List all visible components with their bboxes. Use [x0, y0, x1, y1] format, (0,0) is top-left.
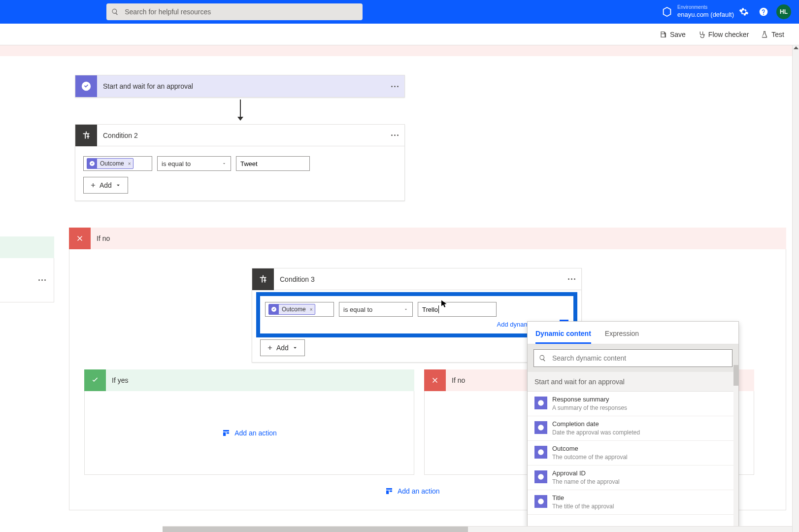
- approval-icon: [271, 306, 277, 312]
- outcome-token[interactable]: Outcome ×: [87, 158, 133, 169]
- ifno-label: If no: [97, 234, 110, 242]
- horizontal-scrollbar[interactable]: [163, 526, 792, 532]
- chevron-down-icon: [292, 344, 299, 351]
- dynamic-content-popover: Dynamic content Expression Start and wai…: [527, 321, 739, 528]
- remove-token-icon[interactable]: ×: [308, 307, 315, 312]
- environment-icon: [662, 6, 672, 17]
- condition-3-more-menu[interactable]: [568, 278, 575, 280]
- environment-name: enayu.com (default): [677, 11, 734, 18]
- global-search[interactable]: [106, 3, 363, 20]
- approval-icon: [75, 75, 97, 97]
- list-item[interactable]: TitleThe title of the approval: [528, 490, 738, 515]
- condition-3-value[interactable]: Trello: [418, 302, 497, 317]
- dynamic-search[interactable]: [533, 349, 732, 367]
- x-icon: [69, 228, 91, 249]
- condition-3-add-button[interactable]: Add: [260, 339, 305, 356]
- user-avatar[interactable]: HL: [776, 4, 791, 19]
- chevron-down-icon: [403, 307, 408, 312]
- global-search-input[interactable]: [124, 7, 358, 16]
- command-bar: Save Flow checker Test: [0, 24, 799, 45]
- popover-scrollbar[interactable]: [733, 365, 738, 528]
- tab-expression[interactable]: Expression: [605, 330, 639, 344]
- save-button[interactable]: Save: [659, 31, 686, 38]
- approval-card[interactable]: Start and wait for an approval: [75, 75, 405, 98]
- condition-2-left-operand[interactable]: Outcome ×: [83, 156, 152, 171]
- x-icon: [424, 369, 446, 391]
- question-icon: [759, 7, 768, 17]
- ifno-label: If no: [452, 376, 465, 384]
- remove-token-icon[interactable]: ×: [126, 161, 133, 166]
- ifyes-label: If yes: [112, 376, 128, 384]
- condition-2-operator[interactable]: is equal to: [157, 156, 231, 171]
- chevron-down-icon: [222, 161, 227, 166]
- environments-label: Environments: [677, 5, 734, 10]
- help-button[interactable]: [754, 7, 773, 17]
- settings-button[interactable]: [734, 7, 754, 17]
- flow-checker-button[interactable]: Flow checker: [698, 31, 749, 38]
- plus-icon: [266, 344, 273, 351]
- top-bar: Environments enayu.com (default) HL: [0, 0, 799, 24]
- test-button[interactable]: Test: [761, 31, 784, 38]
- chevron-down-icon: [115, 182, 122, 189]
- branch-if-yes-peek: [0, 236, 54, 302]
- canvas-header-strip: [0, 45, 792, 56]
- more-menu[interactable]: [38, 279, 46, 281]
- flow-canvas[interactable]: Start and wait for an approval Condition…: [0, 45, 799, 532]
- condition-2-title: Condition 2: [103, 132, 391, 139]
- condition-3-title: Condition 3: [280, 275, 568, 283]
- condition-2-value[interactable]: Tweet: [236, 156, 310, 171]
- list-item[interactable]: Approval IDThe name of the approval: [528, 466, 738, 490]
- condition-2-add-button[interactable]: Add: [83, 177, 128, 194]
- stethoscope-icon: [698, 31, 705, 38]
- add-action-button[interactable]: Add an action: [385, 487, 440, 496]
- search-icon: [539, 354, 546, 362]
- approval-more-menu[interactable]: [391, 86, 399, 87]
- connector-arrow: [240, 100, 241, 120]
- list-item[interactable]: OutcomeThe outcome of the approval: [528, 441, 738, 466]
- outcome-token[interactable]: Outcome ×: [268, 304, 315, 315]
- vertical-scrollbar[interactable]: [792, 45, 799, 532]
- check-icon: [84, 369, 106, 391]
- approval-title: Start and wait for an approval: [103, 82, 391, 90]
- dynamic-search-input[interactable]: [551, 354, 727, 363]
- beaker-icon: [761, 31, 768, 38]
- gear-icon: [739, 7, 749, 17]
- popover-section-header: Start and wait for an approval: [528, 372, 738, 392]
- condition-2-card[interactable]: Condition 2 Outcome × is equal to Tweet: [75, 124, 405, 201]
- plus-icon: [90, 182, 97, 189]
- condition-icon: [75, 125, 97, 146]
- add-action-icon: [385, 487, 394, 496]
- list-item[interactable]: Completion dateDate the approval was com…: [528, 416, 738, 441]
- condition-2-more-menu[interactable]: [391, 134, 399, 136]
- environment-picker[interactable]: Environments enayu.com (default): [662, 5, 734, 19]
- add-action-button[interactable]: Add an action: [222, 429, 277, 437]
- condition-icon: [252, 268, 274, 290]
- branch-if-yes-inner: If yes Add an action: [84, 369, 414, 475]
- list-item[interactable]: Response summaryA summary of the respons…: [528, 392, 738, 416]
- search-icon: [111, 8, 119, 16]
- condition-3-operator[interactable]: is equal to: [339, 302, 413, 317]
- tab-dynamic-content[interactable]: Dynamic content: [535, 330, 591, 344]
- condition-3-left-operand[interactable]: Outcome ×: [265, 302, 334, 317]
- approval-icon: [89, 161, 95, 166]
- add-action-icon: [222, 429, 231, 437]
- save-icon: [659, 31, 667, 38]
